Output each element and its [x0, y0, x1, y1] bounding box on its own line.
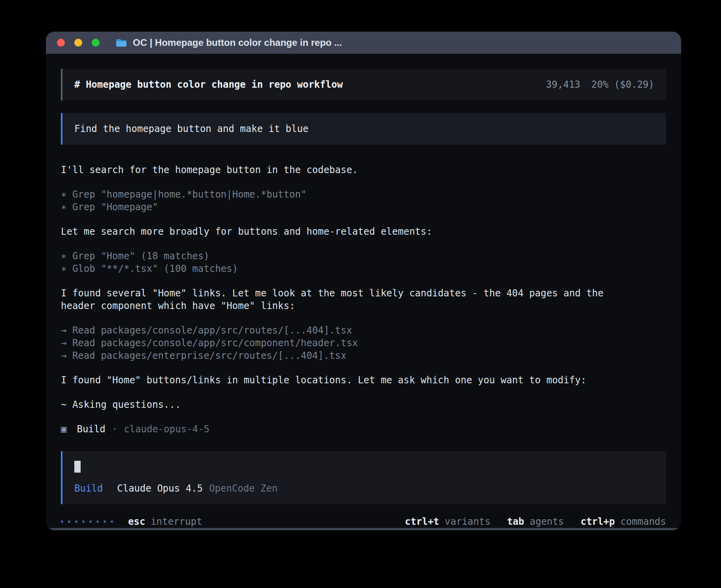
shortcut-hint: commands	[620, 515, 666, 528]
folder-icon	[115, 38, 127, 47]
window-bottom-edge	[46, 528, 681, 530]
status-left: esc interrupt	[61, 515, 202, 528]
shortcut-commands: ctrl+p commands	[581, 515, 666, 528]
assistant-paragraph: I'll search for the homepage button in t…	[61, 164, 666, 176]
spinner-dot	[61, 520, 63, 523]
terminal-window: OC | Homepage button color change in rep…	[46, 32, 681, 530]
spinner-dot	[68, 520, 70, 523]
tool-call-group: ∗ Grep "homepage|home.*button|Home.*butt…	[61, 188, 666, 213]
status-bar: esc interrupt ctrl+t variants tab agents…	[61, 515, 666, 528]
tool-call-glob: ∗ Glob "**/*.tsx" (100 matches)	[61, 262, 666, 275]
esc-hint: interrupt	[151, 515, 202, 528]
zoom-button[interactable]	[92, 39, 100, 47]
tool-call-read: → Read packages/enterprise/src/routes/[.…	[61, 349, 666, 362]
assistant-paragraph: Let me search more broadly for buttons a…	[61, 225, 666, 238]
agent-separator: ·	[112, 423, 117, 435]
tool-call-group: → Read packages/console/app/src/routes/[…	[61, 324, 666, 362]
spinner-dot	[89, 520, 92, 523]
tool-call-group: ∗ Grep "Home" (18 matches) ∗ Glob "**/*.…	[61, 250, 666, 275]
assistant-status: ~ Asking questions...	[61, 398, 666, 411]
prompt-input[interactable]: Build Claude Opus 4.5 OpenCode Zen	[61, 451, 666, 504]
shortcut-key: ctrl+t	[405, 515, 439, 528]
close-button[interactable]	[57, 39, 65, 47]
spinner-dot	[82, 520, 85, 523]
assistant-transcript: I'll search for the homepage button in t…	[61, 164, 666, 435]
session-stats: 39,413 20% ($0.29)	[546, 79, 654, 90]
agent-name: Build	[77, 423, 105, 435]
tool-call-grep: ∗ Grep "Home" (18 matches)	[61, 250, 666, 262]
spinner-dot	[96, 520, 99, 523]
spinner-dots	[61, 520, 113, 523]
spinner-dot	[75, 520, 77, 523]
tool-call-read: → Read packages/console/app/src/componen…	[61, 337, 666, 349]
esc-key: esc	[128, 515, 145, 528]
provider-label: OpenCode Zen	[209, 482, 277, 495]
spinner-dot	[111, 520, 113, 523]
agent-status-row: ▣ Build · claude-opus-4-5	[61, 423, 666, 435]
agent-model: claude-opus-4-5	[124, 423, 210, 435]
shortcut-key: tab	[507, 515, 524, 528]
window-title: OC | Homepage button color change in rep…	[133, 37, 342, 48]
tool-call-grep: ∗ Grep "homepage|home.*button|Home.*butt…	[61, 188, 666, 201]
terminal-content: # Homepage button color change in repo w…	[46, 54, 681, 528]
tool-call-read: → Read packages/console/app/src/routes/[…	[61, 324, 666, 337]
user-message: Find the homepage button and make it blu…	[61, 113, 666, 145]
token-count: 39,413	[546, 79, 580, 90]
shortcut-key: ctrl+p	[581, 515, 615, 528]
text-cursor	[74, 461, 81, 473]
window-controls	[57, 39, 100, 47]
agent-mode-label[interactable]: Build	[74, 482, 103, 495]
shortcut-hint: agents	[530, 515, 564, 528]
session-header: # Homepage button color change in repo w…	[61, 69, 666, 100]
assistant-paragraph: I found several "Home" links. Let me loo…	[61, 287, 666, 312]
shortcut-agents: tab agents	[507, 515, 564, 528]
tool-call-grep: ∗ Grep "Homepage"	[61, 201, 666, 213]
shortcut-variants: ctrl+t variants	[405, 515, 490, 528]
agent-icon: ▣	[61, 423, 66, 435]
context-usage: 20% ($0.29)	[591, 79, 654, 90]
minimize-button[interactable]	[74, 39, 82, 47]
model-label[interactable]: Claude Opus 4.5	[117, 482, 203, 495]
status-right: ctrl+t variants tab agents ctrl+p comman…	[388, 515, 666, 528]
spinner-dot	[104, 520, 106, 523]
assistant-paragraph: I found "Home" buttons/links in multiple…	[61, 374, 666, 386]
session-title: # Homepage button color change in repo w…	[74, 79, 343, 90]
user-message-text: Find the homepage button and make it blu…	[74, 123, 308, 134]
title-bar[interactable]: OC | Homepage button color change in rep…	[46, 32, 681, 54]
input-meta: Build Claude Opus 4.5 OpenCode Zen	[74, 482, 654, 495]
shortcut-hint: variants	[445, 515, 491, 528]
